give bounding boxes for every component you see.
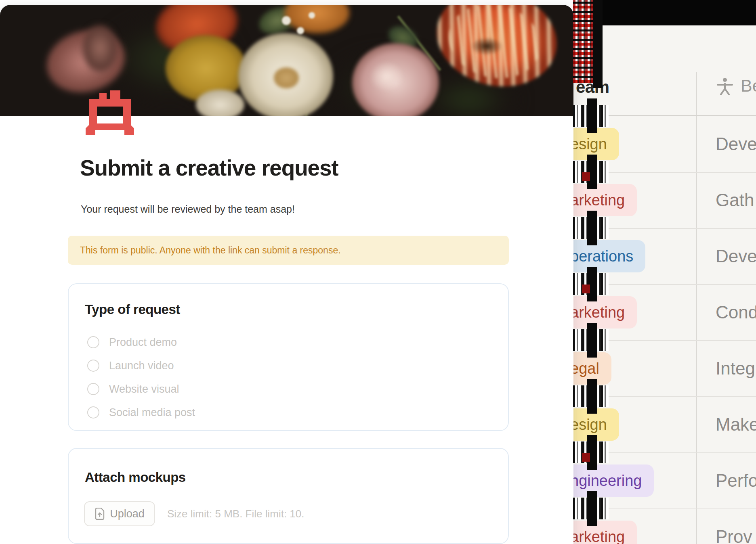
radio-circle-icon[interactable] [87,336,99,348]
radio-circle-icon[interactable] [87,383,99,395]
upload-button-label: Upload [110,508,145,520]
radio-circle-icon[interactable] [87,406,99,418]
question-card-type-of-request: Type of request Product demo Launch vide… [68,283,509,431]
banner-flower-bud [83,25,117,71]
compression-glitch-patch [573,217,609,239]
person-icon [716,77,734,95]
table-header-right: Be [716,76,756,96]
screenshot-root: { "form_page": { "logo_icon": "red-frame… [0,0,756,544]
page-title: Submit a creative request [80,155,338,181]
banner-babys-breath [297,27,304,34]
team-tag: perations [573,240,645,272]
upload-button[interactable]: Upload [84,501,155,526]
radio-option[interactable]: Product demo [87,335,177,349]
compression-glitch-patch [573,498,609,519]
team-tag: ngineering [573,464,654,497]
question-heading: Attach mockups [85,470,186,485]
table-cell-text: Prov [716,527,752,544]
radio-option-label: Social media post [109,406,195,419]
compression-glitch-patch [573,105,609,127]
banner-flower-orange-daisy [285,5,349,33]
table-cell-text: Make [716,414,756,435]
compression-glitch-strip [573,0,594,83]
compression-glitch-patch [573,161,609,183]
table-cell-text: Perfo [716,471,756,491]
public-form-notice-text: This form is public. Anyone with the lin… [80,245,341,256]
radio-option[interactable]: Website visual [87,382,179,396]
banner-tulip-stamens [470,37,503,55]
team-tag: arketing [573,184,637,216]
banner-flower-mustard [166,35,246,102]
compression-glitch-patch [573,385,609,407]
table-cell-text: Deve [716,134,756,154]
team-tag: arketing [573,296,637,328]
compression-glitch-patch [573,441,609,463]
table-cell-text: Integ [716,358,755,379]
table-header-right-label: Be [741,76,756,96]
radio-option[interactable]: Social media post [87,406,195,419]
public-form-notice: This form is public. Anyone with the lin… [68,236,509,265]
table-cell-text: Deve [716,246,756,266]
radio-option-label: Launch video [109,360,174,372]
banner-babys-breath [309,12,315,19]
red-frame-logo-icon [86,90,134,136]
radio-option[interactable]: Launch video [87,359,174,372]
side-table-top-black-bar [590,0,756,25]
page-subtitle: Your request will be reviewed by the tea… [81,203,295,215]
question-heading: Type of request [85,302,180,317]
radio-option-label: Website visual [109,383,179,395]
team-tag: arketing [573,521,637,544]
form-page: Submit a creative request Your request w… [0,5,573,544]
table-cell-text: Gath [716,190,754,210]
file-upload-icon [94,508,105,520]
compression-glitch-bar [593,0,603,88]
upload-hint: Size limit: 5 MB. File limit: 10. [167,501,304,526]
compression-glitch-patch [573,329,609,351]
question-card-attach-mockups: Attach mockups Upload Size limit: 5 MB. … [68,448,509,544]
radio-circle-icon[interactable] [87,360,99,372]
table-cell-text: Cond [716,302,756,322]
banner-flower-white-bud [196,90,244,116]
compression-glitch-patch [573,273,609,295]
radio-option-label: Product demo [109,336,177,349]
banner-flower-white-rose-center [274,67,299,88]
banner-flower-pink-rose-highlight [370,61,404,92]
banner-babys-breath [282,16,291,25]
